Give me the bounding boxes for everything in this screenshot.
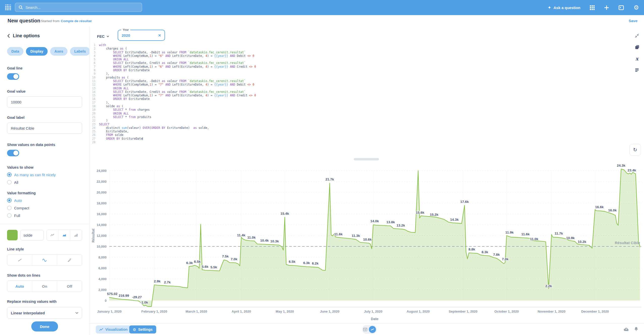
bell-icon[interactable]	[634, 327, 638, 331]
editor-resize-handle[interactable]	[354, 158, 379, 160]
tab-display[interactable]: Display	[26, 47, 48, 56]
bar-chart-type-button[interactable]	[70, 230, 82, 240]
dots-auto-button[interactable]: Auto	[7, 281, 32, 292]
radio-icon	[7, 206, 12, 210]
dots-on-button[interactable]: On	[32, 281, 57, 292]
svg-text:July 1, 2020: July 1, 2020	[364, 310, 382, 313]
svg-text:7.0k: 7.0k	[502, 257, 509, 261]
data-reference-icon[interactable]	[635, 45, 639, 50]
dots-off-button[interactable]: Off	[57, 281, 82, 292]
native-query-icon[interactable]	[619, 5, 624, 10]
search-placeholder: Search...	[25, 5, 41, 10]
sql-line: 26 FROM solde	[89, 133, 626, 137]
line-chart-type-button[interactable]	[47, 230, 58, 240]
svg-text:-29.27: -29.27	[132, 295, 142, 299]
line-style-step-button[interactable]	[57, 254, 82, 266]
svg-text:24,000: 24,000	[96, 169, 107, 173]
svg-text:24.3k: 24.3k	[617, 164, 625, 167]
line-style-straight-button[interactable]	[7, 254, 32, 266]
year-filter-widget[interactable]: Year 2020	[118, 30, 165, 41]
collapse-editor-icon[interactable]	[634, 33, 639, 38]
save-button[interactable]: Save	[629, 19, 637, 23]
source-question-link[interactable]: Compte de résultat	[61, 19, 91, 23]
editor-side-rail: x	[634, 33, 639, 72]
clear-filter-icon[interactable]	[158, 34, 161, 37]
goal-label-input[interactable]	[7, 123, 82, 134]
svg-text:8,000: 8,000	[98, 255, 107, 259]
settings-button[interactable]: ⚙ Settings	[129, 325, 156, 333]
done-button[interactable]: Done	[31, 321, 58, 331]
svg-text:10.9k: 10.9k	[566, 236, 575, 240]
svg-text:15.6k: 15.6k	[416, 211, 424, 214]
series-color-swatch[interactable]	[7, 230, 18, 240]
svg-text:September 1, 2020: September 1, 2020	[449, 310, 477, 313]
goal-line-label: Résultat Cible	[615, 241, 640, 245]
svg-text:4,000: 4,000	[98, 277, 107, 281]
radio-format-compact[interactable]: Compact	[7, 206, 82, 210]
sql-editor[interactable]: 1with2 charges as (3 SELECT EcritureDate…	[89, 43, 626, 144]
svg-text:7.5k: 7.5k	[222, 254, 229, 258]
replace-missing-label: Replace missing values with	[7, 300, 82, 304]
replace-missing-select[interactable]: Linear Interpolated	[7, 307, 82, 319]
page-title: New question	[8, 18, 40, 24]
radio-values-all[interactable]: All	[7, 180, 82, 184]
area-line-chart[interactable]: 02,0004,0006,0008,00010,00012,00014,0001…	[89, 159, 644, 323]
sql-line: 7 WHERE Left(CompteNum,1) = "6" AND Left…	[89, 65, 626, 68]
sql-line: 27 ORDER BY EcritureDate	[89, 137, 626, 140]
svg-text:575.02: 575.02	[107, 292, 117, 296]
goal-value-input[interactable]	[7, 96, 82, 107]
sql-line: 1with	[89, 43, 626, 47]
series-name-input[interactable]	[20, 230, 44, 240]
radio-icon	[7, 172, 12, 177]
radio-icon	[7, 213, 12, 218]
radio-values-fit[interactable]: As many as can fit nicely	[7, 172, 82, 177]
cloud-download-icon[interactable]	[624, 327, 629, 331]
new-question-plus-icon[interactable]	[604, 5, 609, 10]
sql-line: 14 SELECT EcritureDate, Credit as valeur…	[89, 90, 626, 94]
database-picker[interactable]: FEC	[97, 34, 109, 39]
metabase-logo-icon[interactable]	[4, 4, 12, 12]
settings-gear-icon[interactable]: ⚙	[633, 5, 639, 11]
line-style-label: Line style	[7, 247, 82, 251]
svg-text:10.2k: 10.2k	[578, 240, 586, 244]
tab-axes[interactable]: Axes	[50, 47, 68, 56]
svg-text:November 1, 2020: November 1, 2020	[538, 310, 566, 313]
show-values-toggle[interactable]	[7, 150, 19, 156]
svg-text:13.2k: 13.2k	[397, 224, 405, 227]
snippets-icon[interactable]	[635, 68, 639, 72]
sql-line: 10 produits as (	[89, 76, 626, 79]
value-formatting-label: Value formatting	[7, 191, 82, 195]
ask-a-question-button[interactable]: ✦ Ask a question	[548, 6, 581, 10]
native-query-editor: FEC Year 2020 1with2 charges as (3 SELEC…	[89, 27, 644, 159]
y-axis-title: Résultat	[91, 229, 95, 243]
chart-view-button[interactable]	[369, 326, 376, 333]
goal-line-toggle[interactable]	[7, 73, 19, 80]
svg-text:December 1, 2020: December 1, 2020	[581, 310, 609, 313]
sql-line: 28	[89, 140, 626, 144]
show-values-label: Show values on data points	[7, 143, 82, 147]
search-input[interactable]: Search...	[15, 3, 142, 12]
sql-line: 24 distinct sum(valeur) OVER(ORDER BY Ec…	[89, 126, 626, 130]
sql-line: 11 SELECT EcritureDate, -Debit as valeur…	[89, 79, 626, 83]
divider	[0, 224, 89, 224]
sidebar-back[interactable]: Line options	[7, 33, 82, 39]
radio-format-auto[interactable]: Auto	[7, 198, 82, 203]
table-view-icon[interactable]	[363, 327, 367, 331]
sql-line: 15 WHERE Left(CompteNum,1) = "7" AND Lef…	[89, 94, 626, 97]
line-style-curved-button[interactable]	[32, 254, 57, 266]
svg-text:16.6k: 16.6k	[595, 205, 604, 209]
radio-format-full[interactable]: Full	[7, 213, 82, 218]
run-query-button[interactable]: ↻	[629, 144, 641, 156]
browse-data-icon[interactable]	[590, 5, 595, 10]
svg-text:11.0k: 11.0k	[530, 237, 538, 241]
tab-data[interactable]: Data	[7, 47, 23, 56]
visualization-button[interactable]: Visualization	[96, 325, 131, 333]
area-chart-type-button[interactable]	[58, 230, 70, 240]
sql-line: 23SELECT	[89, 123, 626, 126]
sql-line: 21 SELECT * from produits	[89, 115, 626, 119]
variables-icon[interactable]: x	[635, 56, 638, 61]
line-options-sidebar: Line options Data Display Axes Labels Go…	[0, 27, 89, 335]
curved-line-icon	[42, 258, 47, 262]
tab-labels[interactable]: Labels	[70, 47, 90, 56]
sql-line: 16 ORDER BY EcritureDate	[89, 97, 626, 101]
